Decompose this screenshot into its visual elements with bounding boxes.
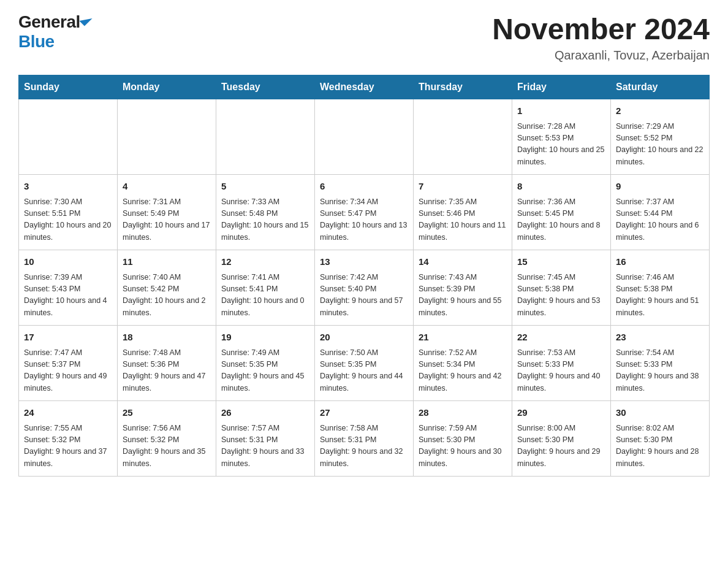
- day-number: 16: [616, 255, 704, 269]
- calendar-cell: 1Sunrise: 7:28 AMSunset: 5:53 PMDaylight…: [512, 99, 611, 175]
- day-number: 30: [616, 406, 704, 420]
- day-info: Sunrise: 7:29 AMSunset: 5:52 PMDaylight:…: [616, 121, 704, 169]
- calendar-cell: 15Sunrise: 7:45 AMSunset: 5:38 PMDayligh…: [512, 250, 611, 326]
- day-number: 27: [320, 406, 408, 420]
- day-header-friday: Friday: [512, 75, 611, 99]
- day-info: Sunrise: 7:40 AMSunset: 5:42 PMDaylight:…: [123, 272, 211, 320]
- title-area: November 2024 Qaraxanli, Tovuz, Azerbaij…: [492, 12, 710, 63]
- day-info: Sunrise: 7:48 AMSunset: 5:36 PMDaylight:…: [123, 347, 211, 395]
- calendar-cell: 5Sunrise: 7:33 AMSunset: 5:48 PMDaylight…: [216, 175, 315, 250]
- month-title: November 2024: [492, 12, 710, 46]
- calendar-cell: 10Sunrise: 7:39 AMSunset: 5:43 PMDayligh…: [19, 250, 118, 326]
- day-info: Sunrise: 7:53 AMSunset: 5:33 PMDaylight:…: [517, 347, 605, 395]
- calendar-cell: [118, 99, 216, 175]
- day-header-thursday: Thursday: [414, 75, 512, 99]
- calendar-cell: 9Sunrise: 7:37 AMSunset: 5:44 PMDaylight…: [611, 175, 710, 250]
- day-number: 26: [221, 406, 309, 420]
- day-info: Sunrise: 7:37 AMSunset: 5:44 PMDaylight:…: [616, 196, 704, 244]
- calendar-cell: 13Sunrise: 7:42 AMSunset: 5:40 PMDayligh…: [315, 250, 414, 326]
- day-info: Sunrise: 7:47 AMSunset: 5:37 PMDaylight:…: [24, 347, 112, 395]
- day-info: Sunrise: 7:41 AMSunset: 5:41 PMDaylight:…: [221, 272, 309, 320]
- calendar-cell: 30Sunrise: 8:02 AMSunset: 5:30 PMDayligh…: [611, 401, 710, 477]
- day-number: 6: [320, 180, 408, 194]
- day-number: 8: [517, 180, 605, 194]
- day-number: 17: [24, 331, 112, 345]
- calendar-cell: 8Sunrise: 7:36 AMSunset: 5:45 PMDaylight…: [512, 175, 611, 250]
- calendar-cell: 7Sunrise: 7:35 AMSunset: 5:46 PMDaylight…: [414, 175, 512, 250]
- calendar-cell: [19, 99, 118, 175]
- calendar-cell: 27Sunrise: 7:58 AMSunset: 5:31 PMDayligh…: [315, 401, 414, 477]
- day-info: Sunrise: 7:50 AMSunset: 5:35 PMDaylight:…: [320, 347, 408, 395]
- day-info: Sunrise: 7:52 AMSunset: 5:34 PMDaylight:…: [419, 347, 507, 395]
- day-number: 24: [24, 406, 112, 420]
- day-info: Sunrise: 7:56 AMSunset: 5:32 PMDaylight:…: [123, 423, 211, 470]
- day-number: 11: [123, 255, 211, 269]
- calendar-cell: [315, 99, 414, 175]
- day-info: Sunrise: 7:57 AMSunset: 5:31 PMDaylight:…: [221, 423, 309, 470]
- week-row-1: 1Sunrise: 7:28 AMSunset: 5:53 PMDaylight…: [19, 99, 710, 175]
- day-number: 20: [320, 331, 408, 345]
- week-row-2: 3Sunrise: 7:30 AMSunset: 5:51 PMDaylight…: [19, 175, 710, 250]
- calendar-cell: 3Sunrise: 7:30 AMSunset: 5:51 PMDaylight…: [19, 175, 118, 250]
- page-header: General Blue November 2024 Qaraxanli, To…: [18, 12, 710, 63]
- calendar-header-row: SundayMondayTuesdayWednesdayThursdayFrid…: [19, 75, 710, 99]
- calendar-cell: 25Sunrise: 7:56 AMSunset: 5:32 PMDayligh…: [118, 401, 216, 477]
- day-header-wednesday: Wednesday: [315, 75, 414, 99]
- day-number: 9: [616, 180, 704, 194]
- day-number: 7: [419, 180, 507, 194]
- day-info: Sunrise: 7:30 AMSunset: 5:51 PMDaylight:…: [24, 196, 112, 244]
- calendar-cell: 19Sunrise: 7:49 AMSunset: 5:35 PMDayligh…: [216, 326, 315, 401]
- calendar-cell: 21Sunrise: 7:52 AMSunset: 5:34 PMDayligh…: [414, 326, 512, 401]
- day-info: Sunrise: 7:54 AMSunset: 5:33 PMDaylight:…: [616, 347, 704, 395]
- day-info: Sunrise: 8:02 AMSunset: 5:30 PMDaylight:…: [616, 423, 704, 470]
- logo: General Blue: [18, 12, 89, 52]
- calendar-cell: [216, 99, 315, 175]
- day-info: Sunrise: 7:28 AMSunset: 5:53 PMDaylight:…: [517, 121, 605, 169]
- day-info: Sunrise: 7:33 AMSunset: 5:48 PMDaylight:…: [221, 196, 309, 244]
- logo-general-text: General: [18, 12, 80, 32]
- logo-blue-text: Blue: [18, 32, 55, 52]
- day-info: Sunrise: 7:59 AMSunset: 5:30 PMDaylight:…: [419, 423, 507, 470]
- day-number: 1: [517, 104, 605, 118]
- calendar-cell: 17Sunrise: 7:47 AMSunset: 5:37 PMDayligh…: [19, 326, 118, 401]
- day-number: 28: [419, 406, 507, 420]
- week-row-4: 17Sunrise: 7:47 AMSunset: 5:37 PMDayligh…: [19, 326, 710, 401]
- day-number: 13: [320, 255, 408, 269]
- calendar-cell: 11Sunrise: 7:40 AMSunset: 5:42 PMDayligh…: [118, 250, 216, 326]
- day-info: Sunrise: 7:46 AMSunset: 5:38 PMDaylight:…: [616, 272, 704, 320]
- calendar-cell: 4Sunrise: 7:31 AMSunset: 5:49 PMDaylight…: [118, 175, 216, 250]
- day-info: Sunrise: 7:36 AMSunset: 5:45 PMDaylight:…: [517, 196, 605, 244]
- day-info: Sunrise: 8:00 AMSunset: 5:30 PMDaylight:…: [517, 423, 605, 470]
- day-number: 3: [24, 180, 112, 194]
- calendar-cell: 23Sunrise: 7:54 AMSunset: 5:33 PMDayligh…: [611, 326, 710, 401]
- calendar-cell: 22Sunrise: 7:53 AMSunset: 5:33 PMDayligh…: [512, 326, 611, 401]
- calendar-table: SundayMondayTuesdayWednesdayThursdayFrid…: [18, 75, 710, 477]
- day-number: 18: [123, 331, 211, 345]
- calendar-cell: [414, 99, 512, 175]
- day-info: Sunrise: 7:39 AMSunset: 5:43 PMDaylight:…: [24, 272, 112, 320]
- day-header-monday: Monday: [118, 75, 216, 99]
- day-number: 23: [616, 331, 704, 345]
- day-number: 4: [123, 180, 211, 194]
- calendar-cell: 6Sunrise: 7:34 AMSunset: 5:47 PMDaylight…: [315, 175, 414, 250]
- day-number: 10: [24, 255, 112, 269]
- calendar-cell: 26Sunrise: 7:57 AMSunset: 5:31 PMDayligh…: [216, 401, 315, 477]
- week-row-3: 10Sunrise: 7:39 AMSunset: 5:43 PMDayligh…: [19, 250, 710, 326]
- calendar-cell: 28Sunrise: 7:59 AMSunset: 5:30 PMDayligh…: [414, 401, 512, 477]
- week-row-5: 24Sunrise: 7:55 AMSunset: 5:32 PMDayligh…: [19, 401, 710, 477]
- day-header-tuesday: Tuesday: [216, 75, 315, 99]
- calendar-cell: 16Sunrise: 7:46 AMSunset: 5:38 PMDayligh…: [611, 250, 710, 326]
- day-info: Sunrise: 7:45 AMSunset: 5:38 PMDaylight:…: [517, 272, 605, 320]
- day-info: Sunrise: 7:58 AMSunset: 5:31 PMDaylight:…: [320, 423, 408, 470]
- day-number: 22: [517, 331, 605, 345]
- day-header-sunday: Sunday: [19, 75, 118, 99]
- calendar-cell: 24Sunrise: 7:55 AMSunset: 5:32 PMDayligh…: [19, 401, 118, 477]
- calendar-cell: 20Sunrise: 7:50 AMSunset: 5:35 PMDayligh…: [315, 326, 414, 401]
- day-number: 19: [221, 331, 309, 345]
- calendar-cell: 12Sunrise: 7:41 AMSunset: 5:41 PMDayligh…: [216, 250, 315, 326]
- logo-arrow-icon: [79, 13, 92, 26]
- location-text: Qaraxanli, Tovuz, Azerbaijan: [492, 48, 710, 63]
- day-info: Sunrise: 7:31 AMSunset: 5:49 PMDaylight:…: [123, 196, 211, 244]
- day-info: Sunrise: 7:34 AMSunset: 5:47 PMDaylight:…: [320, 196, 408, 244]
- day-header-saturday: Saturday: [611, 75, 710, 99]
